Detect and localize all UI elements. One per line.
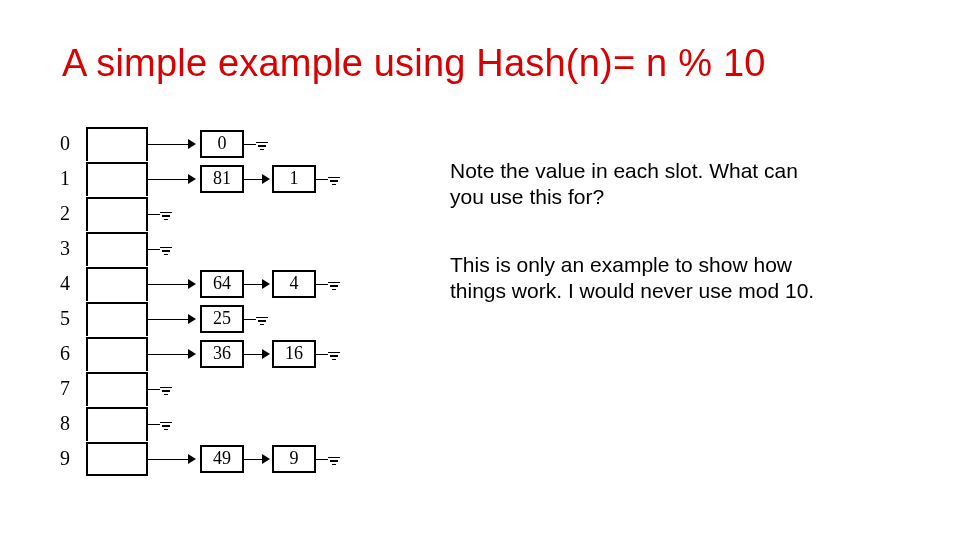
bucket-slot <box>86 372 148 406</box>
null-terminator-icon <box>244 127 270 161</box>
null-terminator-icon <box>148 197 174 231</box>
bucket-slot <box>86 267 148 301</box>
chain-node: 49 <box>200 445 244 473</box>
bucket-slot <box>86 162 148 196</box>
pointer-arrow-icon <box>244 162 272 196</box>
bucket-index: 9 <box>60 447 86 470</box>
bucket-slot <box>86 407 148 441</box>
hash-row: 2 <box>60 196 342 231</box>
chain-node: 25 <box>200 305 244 333</box>
chain-node: 81 <box>200 165 244 193</box>
pointer-arrow-icon <box>148 162 200 196</box>
pointer-arrow-icon <box>148 442 200 476</box>
null-terminator-icon <box>316 267 342 301</box>
pointer-arrow-icon <box>148 127 200 161</box>
hash-table-diagram: 0 0 1 81 1 2 3 4 <box>60 126 342 476</box>
chain-node: 36 <box>200 340 244 368</box>
bucket-index: 3 <box>60 237 86 260</box>
bucket-slot <box>86 197 148 231</box>
body-paragraph-1: Note the value in each slot. What can yo… <box>450 158 820 211</box>
bucket-index: 7 <box>60 377 86 400</box>
hash-row: 3 <box>60 231 342 266</box>
hash-row: 9 49 9 <box>60 441 342 476</box>
bucket-index: 0 <box>60 132 86 155</box>
pointer-arrow-icon <box>148 302 200 336</box>
null-terminator-icon <box>244 302 270 336</box>
null-terminator-icon <box>316 442 342 476</box>
pointer-arrow-icon <box>244 267 272 301</box>
bucket-slot <box>86 442 148 476</box>
hash-row: 7 <box>60 371 342 406</box>
null-terminator-icon <box>148 407 174 441</box>
pointer-arrow-icon <box>148 337 200 371</box>
chain-node: 64 <box>200 270 244 298</box>
null-terminator-icon <box>148 232 174 266</box>
chain-node: 9 <box>272 445 316 473</box>
hash-row: 1 81 1 <box>60 161 342 196</box>
slide: A simple example using Hash(n)= n % 10 0… <box>0 0 960 540</box>
chain-node: 1 <box>272 165 316 193</box>
hash-row: 8 <box>60 406 342 441</box>
null-terminator-icon <box>148 372 174 406</box>
bucket-index: 2 <box>60 202 86 225</box>
null-terminator-icon <box>316 337 342 371</box>
bucket-slot <box>86 337 148 371</box>
chain-node: 16 <box>272 340 316 368</box>
bucket-slot <box>86 302 148 336</box>
slide-title: A simple example using Hash(n)= n % 10 <box>62 42 766 85</box>
bucket-index: 6 <box>60 342 86 365</box>
pointer-arrow-icon <box>244 337 272 371</box>
pointer-arrow-icon <box>244 442 272 476</box>
bucket-index: 8 <box>60 412 86 435</box>
hash-row: 0 0 <box>60 126 342 161</box>
hash-row: 6 36 16 <box>60 336 342 371</box>
bucket-index: 5 <box>60 307 86 330</box>
hash-row: 5 25 <box>60 301 342 336</box>
hash-row: 4 64 4 <box>60 266 342 301</box>
chain-node: 4 <box>272 270 316 298</box>
bucket-slot <box>86 232 148 266</box>
pointer-arrow-icon <box>148 267 200 301</box>
chain-node: 0 <box>200 130 244 158</box>
bucket-index: 1 <box>60 167 86 190</box>
body-paragraph-2: This is only an example to show how thin… <box>450 252 820 305</box>
bucket-index: 4 <box>60 272 86 295</box>
bucket-slot <box>86 127 148 161</box>
null-terminator-icon <box>316 162 342 196</box>
